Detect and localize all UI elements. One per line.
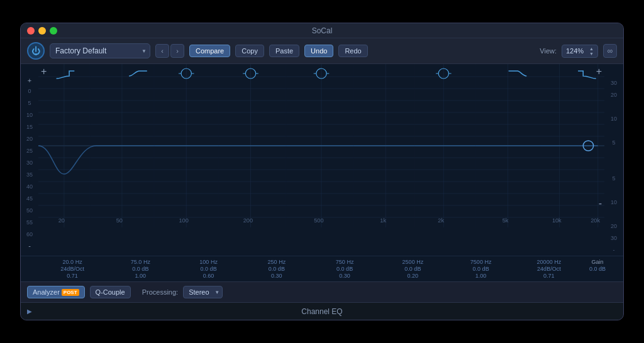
db-label-40: 40 — [26, 181, 33, 193]
band-controls: 20.0 Hz 24dB/Oct 0.71 75.0 Hz 0.0 dB 1.0… — [21, 256, 623, 281]
band-8-freq: 20000 Hz — [537, 259, 562, 265]
band-2-params: 75.0 Hz 0.0 dB 1.00 — [106, 259, 174, 279]
db-label-45: 45 — [26, 193, 33, 205]
eq-minus-button[interactable]: - — [599, 199, 602, 209]
band-7-q: 1.00 — [475, 273, 487, 279]
db-label-50: 50 — [26, 205, 33, 217]
redo-button[interactable]: Redo — [338, 45, 367, 57]
db-label-0: 0 — [28, 85, 31, 97]
window-controls — [27, 27, 57, 35]
processing-select[interactable]: Stereo Left Right Mid Side — [183, 286, 223, 298]
preset-wrapper: Factory Default — [50, 43, 150, 58]
footer-title: Channel EQ — [301, 307, 342, 316]
nav-next-button[interactable]: › — [170, 44, 184, 58]
band-4-freq: 250 Hz — [268, 259, 286, 265]
band-5-q: 0.30 — [339, 273, 350, 279]
db-label-10: 10 — [26, 109, 33, 121]
svg-text:2k: 2k — [438, 217, 444, 224]
db-label-35: 35 — [26, 169, 33, 181]
view-value: 124% — [566, 47, 584, 55]
nav-prev-button[interactable]: ‹ — [155, 44, 169, 58]
undo-button[interactable]: Undo — [304, 45, 333, 57]
eq-canvas[interactable]: 20 50 100 200 500 1k 2k 5k 10k 20k — [38, 64, 604, 227]
view-stepper[interactable]: ▲▼ — [589, 46, 594, 56]
link-icon: ∞ — [608, 46, 613, 55]
analyzer-label: Analyzer — [33, 288, 60, 296]
bottom-bar: Analyzer POST Q-Couple Processing: Stere… — [21, 281, 623, 302]
eq-right-labels: 30 20 10 5 5 10 20 30 - — [604, 64, 623, 256]
maximize-button[interactable] — [50, 27, 57, 35]
band-7-params: 7500 Hz 0.0 dB 1.00 — [447, 259, 515, 279]
band-2-freq: 75.0 Hz — [131, 259, 150, 265]
toolbar-right: View: 124% ▲▼ ∞ — [540, 44, 617, 58]
compare-button[interactable]: Compare — [189, 45, 230, 57]
db-label-55: 55 — [26, 217, 33, 229]
power-icon: ⏻ — [31, 46, 40, 56]
eq-plus-right-button[interactable]: + — [596, 67, 602, 77]
band-6-params: 2500 Hz 0.0 dB 0.20 — [379, 259, 447, 279]
band-1-db: 24dB/Oct — [60, 266, 84, 272]
band-7-freq: 7500 Hz — [470, 259, 492, 265]
processing-wrapper: Stereo Left Right Mid Side — [183, 286, 223, 298]
svg-text:5k: 5k — [502, 217, 509, 224]
band-3-q: 0.60 — [203, 273, 214, 279]
db-label-15: 15 — [26, 121, 33, 133]
svg-text:500: 500 — [314, 217, 323, 224]
title-bar: SoCal — [21, 23, 623, 38]
preset-dropdown[interactable]: Factory Default — [50, 43, 150, 58]
band-6-q: 0.20 — [408, 273, 419, 279]
main-window: SoCal ⏻ Factory Default ‹ › Compare Copy… — [20, 23, 624, 320]
band-4-q: 0.30 — [271, 273, 282, 279]
db-label-20: 20 — [26, 133, 33, 145]
link-button[interactable]: ∞ — [603, 44, 617, 58]
db-label-5: 5 — [28, 97, 31, 109]
svg-text:10k: 10k — [552, 217, 562, 224]
eq-main: + 0 5 10 15 20 25 30 35 40 45 50 55 60 - — [21, 64, 623, 256]
gain-col: Gain 0.0 dB — [583, 259, 606, 279]
svg-text:50: 50 — [116, 217, 123, 224]
eq-plus-button[interactable]: + — [41, 67, 47, 77]
eq-left-labels: + 0 5 10 15 20 25 30 35 40 45 50 55 60 - — [21, 64, 38, 256]
gain-label: Gain — [592, 259, 604, 265]
band-5-db: 0.0 dB — [336, 266, 353, 272]
nav-group: ‹ › — [155, 44, 184, 58]
eq-grid: 20 50 100 200 500 1k 2k 5k 10k 20k — [38, 64, 604, 227]
copy-button[interactable]: Copy — [235, 45, 264, 57]
band-2-q: 1.00 — [135, 273, 147, 279]
qcouple-button[interactable]: Q-Couple — [90, 286, 131, 298]
power-button[interactable]: ⏻ — [27, 42, 45, 60]
minimize-button[interactable] — [38, 27, 46, 35]
band-4-db: 0.0 dB — [269, 266, 285, 272]
window-title: SoCal — [312, 26, 333, 35]
svg-text:20: 20 — [58, 217, 65, 224]
band-4-params: 250 Hz 0.0 dB 0.30 — [243, 259, 311, 279]
db-label-30: 30 — [26, 157, 33, 169]
processing-label: Processing: — [142, 288, 178, 296]
band-3-params: 100 Hz 0.0 dB 0.60 — [175, 259, 243, 279]
svg-text:100: 100 — [179, 217, 188, 224]
band-8-q: 0.71 — [543, 273, 555, 279]
band-5-params: 750 Hz 0.0 dB 0.30 — [311, 259, 379, 279]
band-5-freq: 750 Hz — [336, 259, 354, 265]
band-1-q: 0.71 — [67, 273, 78, 279]
band-8-db: 24dB/Oct — [537, 266, 561, 272]
band-2-db: 0.0 dB — [132, 266, 148, 272]
svg-text:1k: 1k — [380, 217, 386, 224]
db-label-60: 60 — [26, 229, 33, 241]
view-label: View: — [540, 47, 557, 55]
band-6-db: 0.0 dB — [404, 266, 421, 272]
band-1-params: 20.0 Hz 24dB/Oct 0.71 — [38, 259, 106, 279]
band-8-params: 20000 Hz 24dB/Oct 0.71 — [515, 259, 583, 279]
band-3-db: 0.0 dB — [201, 266, 217, 272]
band-3-freq: 100 Hz — [199, 259, 218, 265]
band-7-db: 0.0 dB — [473, 266, 489, 272]
view-input[interactable]: 124% ▲▼ — [562, 45, 598, 58]
close-button[interactable] — [27, 27, 35, 35]
paste-button[interactable]: Paste — [269, 45, 299, 57]
db-label-25: 25 — [26, 145, 33, 157]
band-1-freq: 20.0 Hz — [63, 259, 82, 265]
analyzer-button[interactable]: Analyzer POST — [27, 286, 85, 298]
play-button[interactable]: ▶ — [27, 308, 32, 315]
gain-value: 0.0 dB — [589, 266, 606, 272]
svg-text:20k: 20k — [591, 217, 600, 224]
